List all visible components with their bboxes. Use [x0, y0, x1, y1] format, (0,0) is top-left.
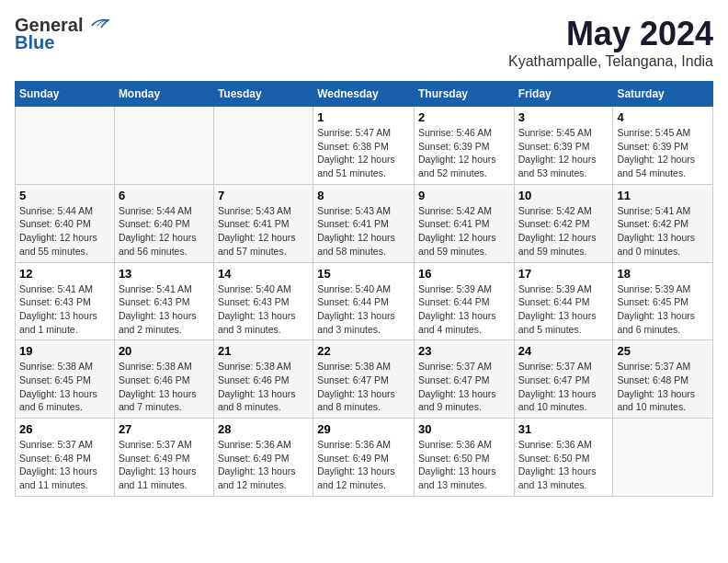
- calendar-cell: 28Sunrise: 5:36 AM Sunset: 6:49 PM Dayli…: [213, 419, 313, 497]
- day-number: 27: [119, 422, 210, 436]
- day-number: 2: [418, 110, 510, 124]
- logo: General Blue: [15, 15, 110, 53]
- calendar-header-row: SundayMondayTuesdayWednesdayThursdayFrid…: [16, 82, 713, 107]
- calendar-week-row: 19Sunrise: 5:38 AM Sunset: 6:45 PM Dayli…: [16, 340, 713, 419]
- calendar-cell: 25Sunrise: 5:37 AM Sunset: 6:48 PM Dayli…: [613, 340, 713, 419]
- day-number: 18: [617, 267, 709, 281]
- day-number: 26: [19, 422, 110, 436]
- day-number: 16: [418, 267, 510, 281]
- calendar-week-row: 5Sunrise: 5:44 AM Sunset: 6:40 PM Daylig…: [16, 184, 713, 262]
- day-number: 9: [418, 189, 510, 202]
- calendar-cell: 16Sunrise: 5:39 AM Sunset: 6:44 PM Dayli…: [414, 262, 514, 340]
- calendar-cell: 15Sunrise: 5:40 AM Sunset: 6:44 PM Dayli…: [313, 262, 415, 340]
- calendar-cell: 1Sunrise: 5:47 AM Sunset: 6:38 PM Daylig…: [313, 107, 415, 185]
- day-number: 31: [518, 422, 609, 436]
- day-info: Sunrise: 5:37 AM Sunset: 6:47 PM Dayligh…: [418, 360, 510, 414]
- logo-blue-text: Blue: [15, 32, 54, 53]
- day-number: 30: [418, 422, 510, 436]
- calendar-cell: 14Sunrise: 5:40 AM Sunset: 6:43 PM Dayli…: [213, 262, 313, 340]
- day-info: Sunrise: 5:36 AM Sunset: 6:49 PM Dayligh…: [317, 438, 410, 492]
- calendar-cell: 24Sunrise: 5:37 AM Sunset: 6:47 PM Dayli…: [514, 340, 613, 419]
- day-info: Sunrise: 5:37 AM Sunset: 6:48 PM Dayligh…: [617, 360, 709, 414]
- calendar-cell: 5Sunrise: 5:44 AM Sunset: 6:40 PM Daylig…: [16, 184, 115, 262]
- calendar-cell: 11Sunrise: 5:41 AM Sunset: 6:42 PM Dayli…: [613, 184, 713, 262]
- day-info: Sunrise: 5:42 AM Sunset: 6:41 PM Dayligh…: [418, 204, 510, 259]
- location-subtitle: Kyathampalle, Telangana, India: [508, 53, 713, 70]
- day-number: 6: [119, 189, 210, 202]
- day-number: 3: [518, 110, 609, 124]
- day-number: 10: [518, 189, 609, 202]
- calendar-cell: 23Sunrise: 5:37 AM Sunset: 6:47 PM Dayli…: [414, 340, 514, 419]
- calendar-cell: [114, 107, 213, 185]
- calendar-week-row: 1Sunrise: 5:47 AM Sunset: 6:38 PM Daylig…: [16, 107, 713, 185]
- day-info: Sunrise: 5:45 AM Sunset: 6:39 PM Dayligh…: [617, 126, 709, 180]
- day-info: Sunrise: 5:41 AM Sunset: 6:42 PM Dayligh…: [617, 204, 709, 259]
- calendar-cell: 13Sunrise: 5:41 AM Sunset: 6:43 PM Dayli…: [114, 262, 213, 340]
- day-number: 13: [119, 267, 210, 281]
- calendar-cell: 7Sunrise: 5:43 AM Sunset: 6:41 PM Daylig…: [213, 184, 313, 262]
- calendar-cell: 19Sunrise: 5:38 AM Sunset: 6:45 PM Dayli…: [16, 340, 115, 419]
- calendar-table: SundayMondayTuesdayWednesdayThursdayFrid…: [15, 81, 713, 497]
- day-info: Sunrise: 5:43 AM Sunset: 6:41 PM Dayligh…: [218, 204, 309, 259]
- day-info: Sunrise: 5:41 AM Sunset: 6:43 PM Dayligh…: [119, 282, 210, 337]
- day-info: Sunrise: 5:36 AM Sunset: 6:49 PM Dayligh…: [218, 438, 309, 492]
- month-year-title: May 2024: [508, 15, 713, 53]
- calendar-cell: 20Sunrise: 5:38 AM Sunset: 6:46 PM Dayli…: [114, 340, 213, 419]
- day-info: Sunrise: 5:36 AM Sunset: 6:50 PM Dayligh…: [518, 438, 609, 492]
- calendar-cell: [213, 107, 313, 185]
- day-info: Sunrise: 5:38 AM Sunset: 6:46 PM Dayligh…: [119, 360, 210, 414]
- page-header: General Blue May 2024 Kyathampalle, Tela…: [15, 15, 713, 70]
- day-header-wednesday: Wednesday: [313, 82, 415, 107]
- calendar-week-row: 12Sunrise: 5:41 AM Sunset: 6:43 PM Dayli…: [16, 262, 713, 340]
- day-info: Sunrise: 5:38 AM Sunset: 6:46 PM Dayligh…: [218, 360, 309, 414]
- day-number: 22: [317, 344, 410, 358]
- day-header-tuesday: Tuesday: [213, 82, 313, 107]
- day-info: Sunrise: 5:39 AM Sunset: 6:45 PM Dayligh…: [617, 282, 709, 337]
- day-info: Sunrise: 5:44 AM Sunset: 6:40 PM Dayligh…: [19, 204, 110, 259]
- day-number: 7: [218, 189, 309, 202]
- day-number: 1: [317, 110, 410, 124]
- calendar-cell: [613, 419, 713, 497]
- day-number: 12: [19, 267, 110, 281]
- calendar-cell: [16, 107, 115, 185]
- day-number: 14: [218, 267, 309, 281]
- logo-bird-icon: [85, 17, 110, 35]
- day-info: Sunrise: 5:47 AM Sunset: 6:38 PM Dayligh…: [317, 126, 410, 180]
- day-header-thursday: Thursday: [414, 82, 514, 107]
- day-number: 11: [617, 189, 709, 202]
- day-number: 23: [418, 344, 510, 358]
- calendar-cell: 31Sunrise: 5:36 AM Sunset: 6:50 PM Dayli…: [514, 419, 613, 497]
- day-number: 8: [317, 189, 410, 202]
- day-number: 29: [317, 422, 410, 436]
- day-info: Sunrise: 5:41 AM Sunset: 6:43 PM Dayligh…: [19, 282, 110, 337]
- day-number: 19: [19, 344, 110, 358]
- calendar-cell: 4Sunrise: 5:45 AM Sunset: 6:39 PM Daylig…: [613, 107, 713, 185]
- day-header-saturday: Saturday: [613, 82, 713, 107]
- day-info: Sunrise: 5:38 AM Sunset: 6:47 PM Dayligh…: [317, 360, 410, 414]
- day-header-sunday: Sunday: [16, 82, 115, 107]
- day-number: 15: [317, 267, 410, 281]
- calendar-cell: 27Sunrise: 5:37 AM Sunset: 6:49 PM Dayli…: [114, 419, 213, 497]
- day-number: 17: [518, 267, 609, 281]
- day-header-friday: Friday: [514, 82, 613, 107]
- calendar-cell: 18Sunrise: 5:39 AM Sunset: 6:45 PM Dayli…: [613, 262, 713, 340]
- day-info: Sunrise: 5:37 AM Sunset: 6:48 PM Dayligh…: [19, 438, 110, 492]
- calendar-cell: 21Sunrise: 5:38 AM Sunset: 6:46 PM Dayli…: [213, 340, 313, 419]
- day-info: Sunrise: 5:37 AM Sunset: 6:47 PM Dayligh…: [518, 360, 609, 414]
- calendar-cell: 9Sunrise: 5:42 AM Sunset: 6:41 PM Daylig…: [414, 184, 514, 262]
- day-header-monday: Monday: [114, 82, 213, 107]
- calendar-week-row: 26Sunrise: 5:37 AM Sunset: 6:48 PM Dayli…: [16, 419, 713, 497]
- title-block: May 2024 Kyathampalle, Telangana, India: [508, 15, 713, 70]
- day-info: Sunrise: 5:39 AM Sunset: 6:44 PM Dayligh…: [518, 282, 609, 337]
- calendar-cell: 29Sunrise: 5:36 AM Sunset: 6:49 PM Dayli…: [313, 419, 415, 497]
- day-number: 21: [218, 344, 309, 358]
- day-info: Sunrise: 5:43 AM Sunset: 6:41 PM Dayligh…: [317, 204, 410, 259]
- calendar-cell: 12Sunrise: 5:41 AM Sunset: 6:43 PM Dayli…: [16, 262, 115, 340]
- calendar-cell: 22Sunrise: 5:38 AM Sunset: 6:47 PM Dayli…: [313, 340, 415, 419]
- day-info: Sunrise: 5:37 AM Sunset: 6:49 PM Dayligh…: [119, 438, 210, 492]
- day-info: Sunrise: 5:46 AM Sunset: 6:39 PM Dayligh…: [418, 126, 510, 180]
- day-info: Sunrise: 5:44 AM Sunset: 6:40 PM Dayligh…: [119, 204, 210, 259]
- day-info: Sunrise: 5:42 AM Sunset: 6:42 PM Dayligh…: [518, 204, 609, 259]
- day-info: Sunrise: 5:45 AM Sunset: 6:39 PM Dayligh…: [518, 126, 609, 180]
- calendar-cell: 2Sunrise: 5:46 AM Sunset: 6:39 PM Daylig…: [414, 107, 514, 185]
